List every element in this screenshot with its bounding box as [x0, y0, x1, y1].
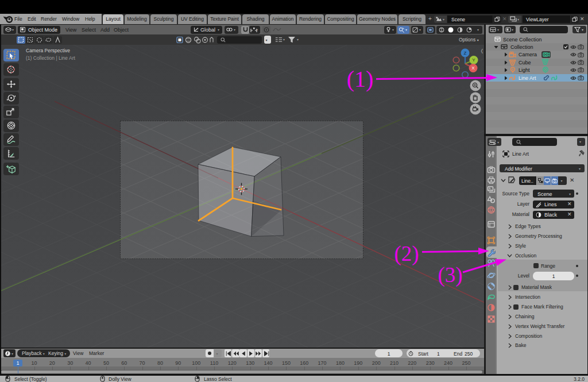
- svg-text:(3): (3): [438, 263, 462, 287]
- svg-text:(2): (2): [394, 242, 419, 266]
- svg-text:(1): (1): [347, 66, 374, 92]
